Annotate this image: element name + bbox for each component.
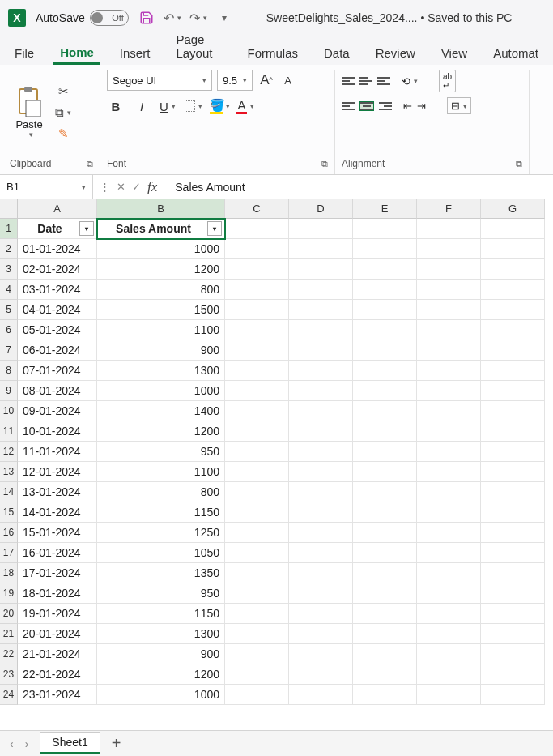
cell-B5[interactable]: 1500 [97,300,225,320]
row-header-8[interactable]: 8 [0,361,18,381]
orientation-button[interactable]: ⟲▾ [402,75,418,88]
italic-button[interactable]: I [133,97,151,115]
decrease-font-icon[interactable]: Aˇ [280,71,298,89]
align-bottom-icon[interactable] [377,77,390,85]
sheet-prev-icon[interactable]: ‹ [10,737,14,750]
row-header-13[interactable]: 13 [0,462,18,482]
paste-button[interactable]: Paste ▾ [10,84,49,140]
tab-review[interactable]: Review [369,41,422,65]
cell-A14[interactable]: 13-01-2024 [18,482,97,502]
col-header-D[interactable]: D [289,199,353,219]
cell-B14[interactable]: 800 [97,482,225,502]
col-header-F[interactable]: F [417,199,481,219]
filter-button-date[interactable]: ▾ [79,221,94,236]
cell-A16[interactable]: 15-01-2024 [18,523,97,543]
font-name-select[interactable]: Segoe UI▾ [107,70,212,91]
font-color-button[interactable]: A▾ [236,97,254,115]
row-header-7[interactable]: 7 [0,340,18,361]
increase-font-icon[interactable]: A^ [257,71,275,89]
alignment-dialog-launcher[interactable]: ⧉ [500,159,522,169]
worksheet-grid[interactable]: ABCDEFG 1Date▾Sales Amount▾201-01-202410… [0,199,553,716]
cell-A21[interactable]: 20-01-2024 [18,624,97,644]
underline-button[interactable]: U▾ [159,97,177,115]
more-icon[interactable]: ⋮ [100,181,110,193]
col-header-E[interactable]: E [353,199,417,219]
save-icon[interactable] [138,10,155,26]
cell-B22[interactable]: 900 [97,644,225,664]
name-box[interactable]: B1▾ [0,175,93,199]
align-right-icon[interactable] [379,102,392,110]
cell-B7[interactable]: 900 [97,340,225,361]
row-header-11[interactable]: 11 [0,421,18,442]
wrap-text-button[interactable]: ab↵ [439,70,456,92]
tab-data[interactable]: Data [317,41,356,65]
cell-A17[interactable]: 16-01-2024 [18,543,97,563]
cancel-formula-icon[interactable]: ✕ [117,181,125,193]
align-left-icon[interactable] [342,102,355,110]
autosave-control[interactable]: AutoSave Off [36,10,129,26]
tab-insert[interactable]: Insert [113,41,157,65]
cell-A4[interactable]: 03-01-2024 [18,280,97,300]
cell-B23[interactable]: 1200 [97,664,225,685]
cell-B3[interactable]: 1200 [97,259,225,280]
cell-A20[interactable]: 19-01-2024 [18,604,97,624]
align-center-icon[interactable] [359,101,374,111]
cell-A5[interactable]: 04-01-2024 [18,300,97,320]
font-size-select[interactable]: 9.5▾ [217,70,253,91]
borders-button[interactable]: ▾ [185,97,202,115]
cell-A22[interactable]: 21-01-2024 [18,644,97,664]
cell-B24[interactable]: 1000 [97,685,225,705]
align-middle-icon[interactable] [359,77,372,85]
col-header-A[interactable]: A [18,199,97,219]
cell-B10[interactable]: 1400 [97,401,225,421]
cell-B2[interactable]: 1000 [97,239,225,259]
decrease-indent-icon[interactable]: ⇤ [403,100,412,112]
increase-indent-icon[interactable]: ⇥ [417,100,426,112]
copy-icon[interactable]: ⧉▾ [55,105,71,121]
cell-B15[interactable]: 1150 [97,502,225,523]
row-header-21[interactable]: 21 [0,624,18,644]
font-dialog-launcher[interactable]: ⧉ [305,159,328,169]
row-header-3[interactable]: 3 [0,259,18,280]
cell-A3[interactable]: 02-01-2024 [18,259,97,280]
row-header-4[interactable]: 4 [0,280,18,300]
row-header-16[interactable]: 16 [0,523,18,543]
cell-A19[interactable]: 18-01-2024 [18,583,97,604]
fx-icon[interactable]: fx [147,179,157,195]
col-header-B[interactable]: B [97,199,225,219]
autosave-toggle[interactable]: Off [90,10,129,26]
cell-A8[interactable]: 07-01-2024 [18,361,97,381]
cell-A2[interactable]: 01-01-2024 [18,239,97,259]
cell-A11[interactable]: 10-01-2024 [18,421,97,442]
cut-icon[interactable]: ✂ [55,83,71,100]
cell-B17[interactable]: 1050 [97,543,225,563]
tab-formulas[interactable]: Formulas [240,41,304,65]
bold-button[interactable]: B [107,97,125,115]
clipboard-dialog-launcher[interactable]: ⧉ [70,159,93,169]
cell-A18[interactable]: 17-01-2024 [18,563,97,583]
qat-customize-icon[interactable]: ▾ [216,10,232,26]
row-header-9[interactable]: 9 [0,381,18,401]
col-header-C[interactable]: C [225,199,289,219]
filter-button-sales[interactable]: ▾ [207,221,222,236]
cell-A12[interactable]: 11-01-2024 [18,442,97,462]
cell-B13[interactable]: 1100 [97,462,225,482]
formula-input[interactable]: Sales Amount [164,181,256,194]
sheet-tab-sheet1[interactable]: Sheet1 [40,732,100,754]
add-sheet-icon[interactable]: + [112,734,121,753]
format-painter-icon[interactable]: ✎ [55,126,71,142]
row-header-1[interactable]: 1 [0,219,18,239]
cell-A6[interactable]: 05-01-2024 [18,320,97,340]
tab-automate[interactable]: Automat [487,41,545,65]
cell-B18[interactable]: 1350 [97,563,225,583]
row-header-23[interactable]: 23 [0,664,18,685]
cell-A7[interactable]: 06-01-2024 [18,340,97,361]
row-header-14[interactable]: 14 [0,482,18,502]
cell-A24[interactable]: 23-01-2024 [18,685,97,705]
cell-A9[interactable]: 08-01-2024 [18,381,97,401]
tab-view[interactable]: View [435,41,474,65]
row-header-15[interactable]: 15 [0,502,18,523]
row-header-24[interactable]: 24 [0,685,18,705]
fill-color-button[interactable]: 🪣▾ [211,97,228,115]
cell-B19[interactable]: 950 [97,583,225,604]
